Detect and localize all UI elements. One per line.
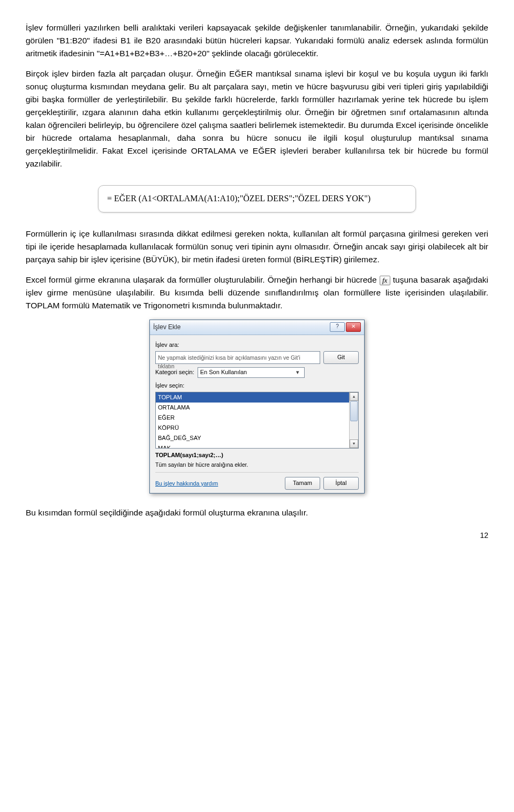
chevron-down-icon: ▾ [293,368,302,377]
close-button[interactable]: ✕ [346,322,361,332]
paragraph-2: Birçok işlev birden fazla alt parçadan o… [26,67,488,170]
scroll-thumb[interactable] [350,401,358,421]
fx-icon[interactable]: fx [380,276,390,285]
list-item[interactable]: BAĞ_DEĞ_SAY [156,433,350,443]
list-item[interactable]: TOPLAM [156,392,350,403]
category-value: En Son Kullanılan [200,368,247,377]
insert-function-dialog: İşlev Ekle ? ✕ İşlev ara: Ne yapmak iste… [149,320,365,494]
scrollbar[interactable]: ▴ ▾ [349,392,358,448]
category-label: Kategori seçin: [155,368,194,377]
cancel-button[interactable]: İptal [323,477,359,490]
function-signature: TOPLAM(sayı1;sayı2;…) [155,451,359,460]
paragraph-4a: Excel formül girme ekranına ulaşarak da … [26,275,380,284]
list-label: İşlev seçin: [155,381,359,390]
search-input[interactable]: Ne yapmak istediğinizi kısa bir açıklama… [155,351,320,364]
dialog-title: İşlev Ekle [153,322,180,332]
formula-text: = EĞER (A1<ORTALAMA(A1:A10);"ÖZEL DERS";… [107,194,371,203]
divider [155,472,359,473]
scroll-up-icon[interactable]: ▴ [350,392,358,401]
help-button[interactable]: ? [330,322,345,332]
paragraph-1: İşlev formülleri yazılırken belli aralık… [26,21,488,60]
list-item[interactable]: ORTALAMA [156,403,350,413]
go-button[interactable]: Git [323,351,359,364]
help-link[interactable]: Bu işlev hakkında yardım [155,479,218,488]
search-label: İşlev ara: [155,340,359,350]
function-listbox[interactable]: TOPLAM ORTALAMA EĞER KÖPRÜ BAĞ_DEĞ_SAY M… [155,392,359,449]
paragraph-5: Bu kısımdan formül seçildiğinde aşağıdak… [26,506,488,519]
paragraph-3: Formüllerin iç içe kullanılması sırasınd… [26,227,488,266]
paragraph-4: Excel formül girme ekranına ulaşarak da … [26,274,488,312]
formula-box: = EĞER (A1<ORTALAMA(A1:A10);"ÖZEL DERS";… [98,185,416,213]
dialog-titlebar: İşlev Ekle ? ✕ [150,320,364,335]
page-number: 12 [26,530,488,542]
list-item[interactable]: KÖPRÜ [156,423,350,433]
function-description: Tüm sayıları bir hücre aralığına ekler. [155,460,359,469]
category-select[interactable]: En Son Kullanılan ▾ [198,367,305,378]
list-item[interactable]: MAK [156,443,350,449]
list-item[interactable]: EĞER [156,413,350,423]
ok-button[interactable]: Tamam [285,477,320,490]
scroll-down-icon[interactable]: ▾ [350,439,358,448]
